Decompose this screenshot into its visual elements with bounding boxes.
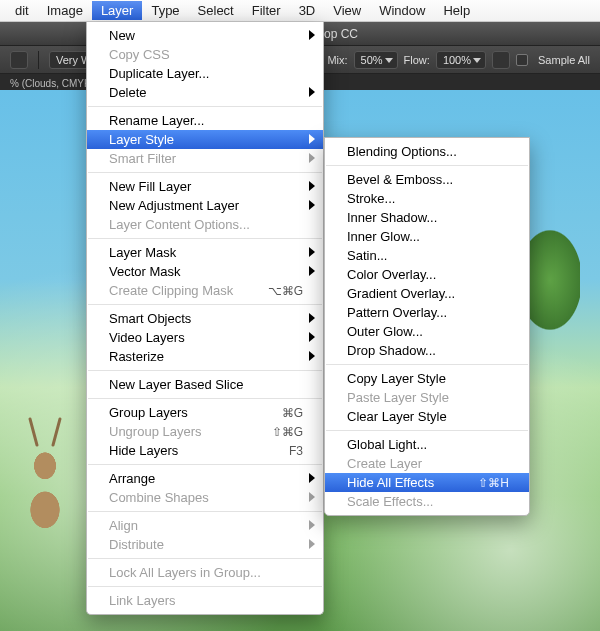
layer-menu-item-smart-filter: Smart Filter bbox=[87, 149, 323, 168]
style-menu-item-create-layer: Create Layer bbox=[325, 454, 529, 473]
layer-menu-item-new[interactable]: New bbox=[87, 26, 323, 45]
menu-item-label: Blending Options... bbox=[347, 144, 509, 159]
menubar: ditImageLayerTypeSelectFilter3DViewWindo… bbox=[0, 0, 600, 22]
submenu-arrow-icon bbox=[309, 473, 315, 483]
menu-item-label: Layer Mask bbox=[109, 245, 303, 260]
menubar-item-filter[interactable]: Filter bbox=[243, 1, 290, 20]
submenu-arrow-icon bbox=[309, 492, 315, 502]
layer-menu-item-distribute: Distribute bbox=[87, 535, 323, 554]
menu-item-label: Video Layers bbox=[109, 330, 303, 345]
menu-item-label: Ungroup Layers bbox=[109, 424, 260, 439]
menu-item-label: Copy CSS bbox=[109, 47, 303, 62]
menu-item-label: Satin... bbox=[347, 248, 509, 263]
menu-item-label: Combine Shapes bbox=[109, 490, 303, 505]
menu-item-label: Scale Effects... bbox=[347, 494, 509, 509]
style-menu-item-bevel-emboss[interactable]: Bevel & Emboss... bbox=[325, 170, 529, 189]
flow-value-dropdown[interactable]: 100% bbox=[436, 51, 486, 69]
submenu-arrow-icon bbox=[309, 247, 315, 257]
mix-label: Mix: bbox=[327, 54, 347, 66]
layer-menu-item-new-adjustment-layer[interactable]: New Adjustment Layer bbox=[87, 196, 323, 215]
layer-menu-item-duplicate-layer[interactable]: Duplicate Layer... bbox=[87, 64, 323, 83]
shortcut: ⇧⌘G bbox=[272, 425, 303, 439]
style-menu-item-drop-shadow[interactable]: Drop Shadow... bbox=[325, 341, 529, 360]
submenu-arrow-icon bbox=[309, 134, 315, 144]
menu-item-label: Outer Glow... bbox=[347, 324, 509, 339]
shortcut: ⌘G bbox=[282, 406, 303, 420]
menu-item-label: Rename Layer... bbox=[109, 113, 303, 128]
menu-item-label: Hide All Effects bbox=[347, 475, 466, 490]
style-menu-item-outer-glow[interactable]: Outer Glow... bbox=[325, 322, 529, 341]
menubar-item-image[interactable]: Image bbox=[38, 1, 92, 20]
layer-menu-item-video-layers[interactable]: Video Layers bbox=[87, 328, 323, 347]
menu-item-label: Distribute bbox=[109, 537, 303, 552]
layer-menu-item-rename-layer[interactable]: Rename Layer... bbox=[87, 111, 323, 130]
airbrush-icon[interactable] bbox=[492, 51, 510, 69]
style-menu-item-stroke[interactable]: Stroke... bbox=[325, 189, 529, 208]
submenu-arrow-icon bbox=[309, 539, 315, 549]
layer-menu-item-smart-objects[interactable]: Smart Objects bbox=[87, 309, 323, 328]
canvas-deer bbox=[10, 435, 80, 545]
style-menu-item-pattern-overlay[interactable]: Pattern Overlay... bbox=[325, 303, 529, 322]
style-menu-item-inner-glow[interactable]: Inner Glow... bbox=[325, 227, 529, 246]
menu-item-label: Bevel & Emboss... bbox=[347, 172, 509, 187]
layer-menu-item-new-layer-based-slice[interactable]: New Layer Based Slice bbox=[87, 375, 323, 394]
layer-menu-item-group-layers[interactable]: Group Layers⌘G bbox=[87, 403, 323, 422]
menu-item-label: Smart Objects bbox=[109, 311, 303, 326]
submenu-arrow-icon bbox=[309, 266, 315, 276]
layer-menu-item-ungroup-layers: Ungroup Layers⇧⌘G bbox=[87, 422, 323, 441]
menu-item-label: Arrange bbox=[109, 471, 303, 486]
document-tab[interactable]: % (Clouds, CMYK bbox=[10, 78, 91, 89]
style-menu-item-color-overlay[interactable]: Color Overlay... bbox=[325, 265, 529, 284]
menubar-item-select[interactable]: Select bbox=[189, 1, 243, 20]
submenu-arrow-icon bbox=[309, 351, 315, 361]
menubar-item-layer[interactable]: Layer bbox=[92, 1, 143, 20]
layer-menu-item-hide-layers[interactable]: Hide LayersF3 bbox=[87, 441, 323, 460]
submenu-arrow-icon bbox=[309, 520, 315, 530]
menu-item-label: Global Light... bbox=[347, 437, 509, 452]
menu-item-label: New Fill Layer bbox=[109, 179, 303, 194]
menu-item-label: Copy Layer Style bbox=[347, 371, 509, 386]
menu-item-label: Clear Layer Style bbox=[347, 409, 509, 424]
menubar-item-view[interactable]: View bbox=[324, 1, 370, 20]
style-menu-item-copy-layer-style[interactable]: Copy Layer Style bbox=[325, 369, 529, 388]
layer-menu-item-layer-mask[interactable]: Layer Mask bbox=[87, 243, 323, 262]
submenu-arrow-icon bbox=[309, 153, 315, 163]
layer-menu-item-new-fill-layer[interactable]: New Fill Layer bbox=[87, 177, 323, 196]
tool-preset-icon[interactable] bbox=[10, 51, 28, 69]
menu-item-label: Inner Shadow... bbox=[347, 210, 509, 225]
menubar-item-help[interactable]: Help bbox=[434, 1, 479, 20]
layer-menu-item-delete[interactable]: Delete bbox=[87, 83, 323, 102]
menu-item-label: Paste Layer Style bbox=[347, 390, 509, 405]
mix-value-dropdown[interactable]: 50% bbox=[354, 51, 398, 69]
layer-menu-item-vector-mask[interactable]: Vector Mask bbox=[87, 262, 323, 281]
style-menu-item-hide-all-effects[interactable]: Hide All Effects⇧⌘H bbox=[325, 473, 529, 492]
style-menu-item-gradient-overlay[interactable]: Gradient Overlay... bbox=[325, 284, 529, 303]
layer-menu: NewCopy CSSDuplicate Layer...DeleteRenam… bbox=[86, 22, 324, 615]
menubar-item-window[interactable]: Window bbox=[370, 1, 434, 20]
menu-item-label: Link Layers bbox=[109, 593, 303, 608]
menu-item-label: Layer Content Options... bbox=[109, 217, 303, 232]
menu-item-label: Color Overlay... bbox=[347, 267, 509, 282]
style-menu-item-paste-layer-style: Paste Layer Style bbox=[325, 388, 529, 407]
menu-item-label: Pattern Overlay... bbox=[347, 305, 509, 320]
flow-label: Flow: bbox=[404, 54, 430, 66]
style-menu-item-blending-options[interactable]: Blending Options... bbox=[325, 142, 529, 161]
style-menu-item-satin[interactable]: Satin... bbox=[325, 246, 529, 265]
layer-menu-item-rasterize[interactable]: Rasterize bbox=[87, 347, 323, 366]
layer-menu-item-layer-style[interactable]: Layer Style bbox=[87, 130, 323, 149]
style-menu-item-scale-effects: Scale Effects... bbox=[325, 492, 529, 511]
menubar-item-type[interactable]: Type bbox=[142, 1, 188, 20]
layer-menu-item-layer-content-options: Layer Content Options... bbox=[87, 215, 323, 234]
menu-item-label: Vector Mask bbox=[109, 264, 303, 279]
menubar-item-3d[interactable]: 3D bbox=[290, 1, 325, 20]
style-menu-item-clear-layer-style[interactable]: Clear Layer Style bbox=[325, 407, 529, 426]
menubar-item-dit[interactable]: dit bbox=[6, 1, 38, 20]
layer-menu-item-arrange[interactable]: Arrange bbox=[87, 469, 323, 488]
sample-all-checkbox[interactable] bbox=[516, 54, 528, 66]
menu-item-label: Drop Shadow... bbox=[347, 343, 509, 358]
shortcut: ⌥⌘G bbox=[268, 284, 303, 298]
menu-item-label: Duplicate Layer... bbox=[109, 66, 303, 81]
style-menu-item-global-light[interactable]: Global Light... bbox=[325, 435, 529, 454]
menu-item-label: Create Layer bbox=[347, 456, 509, 471]
style-menu-item-inner-shadow[interactable]: Inner Shadow... bbox=[325, 208, 529, 227]
